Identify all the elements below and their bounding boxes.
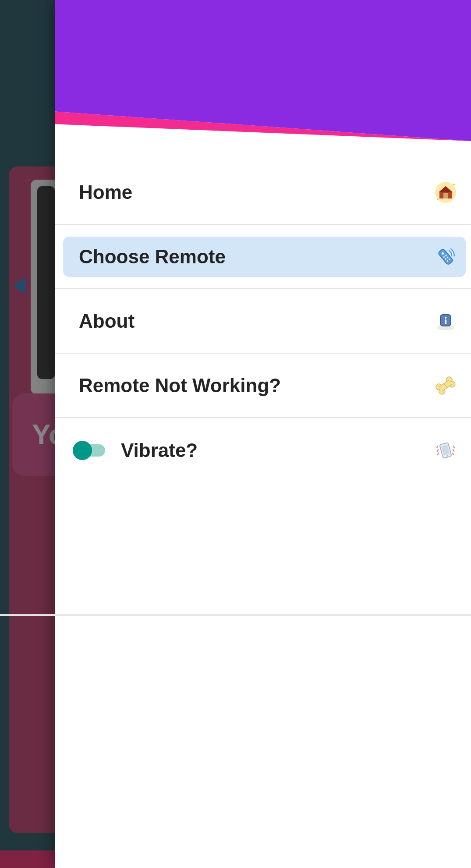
drawer-bottom-divider	[0, 614, 471, 616]
nav-item-label: Choose Remote	[79, 246, 226, 268]
svg-rect-3	[443, 193, 448, 198]
svg-point-14	[445, 316, 446, 318]
nav-item-about[interactable]: About	[55, 289, 471, 354]
nav-item-not-working[interactable]: Remote Not Working?	[55, 354, 471, 418]
svg-rect-15	[445, 319, 446, 324]
nav-item-label: About	[79, 310, 135, 332]
nav-item-label: Vibrate?	[121, 439, 198, 461]
svg-point-2	[437, 198, 439, 200]
toggle-thumb	[73, 441, 92, 460]
nav-item-label: Home	[79, 181, 132, 203]
drawer-header	[55, 0, 471, 141]
nav-item-label: Remote Not Working?	[79, 375, 281, 397]
home-icon	[433, 180, 458, 205]
remote-icon	[433, 244, 458, 269]
svg-point-1	[453, 184, 455, 185]
navigation-drawer: Home Choose Remote	[55, 0, 471, 868]
nav-item-choose-remote[interactable]: Choose Remote	[55, 225, 471, 289]
info-icon	[433, 309, 458, 333]
svg-rect-4	[438, 248, 453, 265]
nav-item-home[interactable]: Home	[55, 160, 471, 225]
bone-icon	[433, 373, 458, 398]
nav-item-vibrate: Vibrate?	[55, 418, 471, 482]
drawer-menu-list: Home Choose Remote	[55, 141, 471, 868]
vibrate-icon	[433, 438, 458, 463]
vibrate-toggle[interactable]	[74, 442, 108, 459]
